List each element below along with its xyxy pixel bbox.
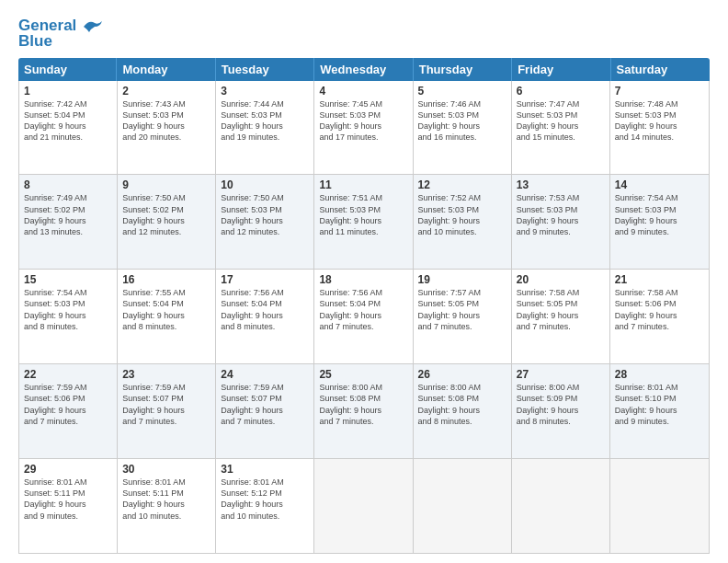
cell-sun-info: Sunrise: 7:50 AM Sunset: 5:03 PM Dayligh…: [221, 192, 309, 237]
cell-sun-info: Sunrise: 7:56 AM Sunset: 5:04 PM Dayligh…: [319, 287, 407, 332]
cell-sun-info: Sunrise: 7:51 AM Sunset: 5:03 PM Dayligh…: [319, 192, 407, 237]
cell-sun-info: Sunrise: 7:55 AM Sunset: 5:04 PM Dayligh…: [122, 287, 210, 332]
calendar: SundayMondayTuesdayWednesdayThursdayFrid…: [18, 58, 710, 554]
day-number: 22: [24, 368, 112, 381]
cell-sun-info: Sunrise: 8:01 AM Sunset: 5:11 PM Dayligh…: [122, 477, 210, 522]
cell-sun-info: Sunrise: 7:53 AM Sunset: 5:03 PM Dayligh…: [517, 192, 605, 237]
header: General Blue: [18, 17, 710, 51]
day-number: 19: [418, 273, 506, 286]
day-number: 1: [24, 85, 112, 98]
day-number: 31: [221, 463, 309, 476]
calendar-row-3: 15Sunrise: 7:54 AM Sunset: 5:03 PM Dayli…: [19, 270, 709, 364]
calendar-cell: 3Sunrise: 7:44 AM Sunset: 5:03 PM Daylig…: [216, 81, 314, 175]
cell-sun-info: Sunrise: 7:59 AM Sunset: 5:07 PM Dayligh…: [221, 382, 309, 427]
day-number: 27: [517, 368, 605, 381]
day-number: 26: [418, 368, 506, 381]
cell-sun-info: Sunrise: 7:56 AM Sunset: 5:04 PM Dayligh…: [221, 287, 309, 332]
day-number: 5: [418, 85, 506, 98]
day-number: 7: [615, 85, 704, 98]
cell-sun-info: Sunrise: 8:00 AM Sunset: 5:09 PM Dayligh…: [517, 382, 605, 427]
cell-sun-info: Sunrise: 8:00 AM Sunset: 5:08 PM Dayligh…: [418, 382, 506, 427]
calendar-cell: 29Sunrise: 8:01 AM Sunset: 5:11 PM Dayli…: [19, 459, 118, 553]
day-number: 6: [517, 85, 605, 98]
day-number: 15: [24, 273, 112, 286]
logo-subtext: Blue: [18, 32, 52, 51]
cell-sun-info: Sunrise: 7:59 AM Sunset: 5:07 PM Dayligh…: [122, 382, 210, 427]
day-number: 11: [319, 178, 407, 191]
page: General Blue SundayMondayTuesdayWednesda…: [0, 0, 728, 563]
calendar-row-2: 8Sunrise: 7:49 AM Sunset: 5:02 PM Daylig…: [19, 175, 709, 270]
day-number: 20: [517, 273, 605, 286]
logo-bird-icon: [82, 19, 102, 34]
calendar-cell: 2Sunrise: 7:43 AM Sunset: 5:03 PM Daylig…: [118, 81, 216, 175]
cell-sun-info: Sunrise: 7:58 AM Sunset: 5:06 PM Dayligh…: [615, 287, 704, 332]
cell-sun-info: Sunrise: 8:01 AM Sunset: 5:12 PM Dayligh…: [221, 477, 309, 522]
calendar-cell: 17Sunrise: 7:56 AM Sunset: 5:04 PM Dayli…: [216, 270, 314, 363]
cell-sun-info: Sunrise: 7:59 AM Sunset: 5:06 PM Dayligh…: [24, 382, 112, 427]
day-number: 13: [517, 178, 605, 191]
header-cell-sunday: Sunday: [18, 58, 117, 81]
calendar-cell: 22Sunrise: 7:59 AM Sunset: 5:06 PM Dayli…: [19, 364, 118, 458]
cell-sun-info: Sunrise: 8:01 AM Sunset: 5:10 PM Dayligh…: [615, 382, 704, 427]
cell-sun-info: Sunrise: 7:45 AM Sunset: 5:03 PM Dayligh…: [319, 98, 407, 144]
calendar-cell: 14Sunrise: 7:54 AM Sunset: 5:03 PM Dayli…: [610, 175, 709, 269]
day-number: 12: [418, 178, 506, 191]
calendar-cell: 7Sunrise: 7:48 AM Sunset: 5:03 PM Daylig…: [610, 81, 709, 175]
cell-sun-info: Sunrise: 7:54 AM Sunset: 5:03 PM Dayligh…: [24, 287, 112, 332]
day-number: 9: [122, 178, 210, 191]
cell-sun-info: Sunrise: 7:57 AM Sunset: 5:05 PM Dayligh…: [418, 287, 506, 332]
calendar-row-4: 22Sunrise: 7:59 AM Sunset: 5:06 PM Dayli…: [19, 364, 709, 459]
cell-sun-info: Sunrise: 7:43 AM Sunset: 5:03 PM Dayligh…: [122, 98, 210, 144]
calendar-row-5: 29Sunrise: 8:01 AM Sunset: 5:11 PM Dayli…: [19, 459, 709, 553]
calendar-cell: 21Sunrise: 7:58 AM Sunset: 5:06 PM Dayli…: [610, 270, 709, 363]
cell-sun-info: Sunrise: 8:00 AM Sunset: 5:08 PM Dayligh…: [319, 382, 407, 427]
cell-sun-info: Sunrise: 7:42 AM Sunset: 5:04 PM Dayligh…: [24, 98, 112, 144]
day-number: 28: [615, 368, 704, 381]
cell-sun-info: Sunrise: 7:48 AM Sunset: 5:03 PM Dayligh…: [615, 98, 704, 144]
calendar-row-1: 1Sunrise: 7:42 AM Sunset: 5:04 PM Daylig…: [19, 81, 709, 176]
day-number: 18: [319, 273, 407, 286]
day-number: 25: [319, 368, 407, 381]
day-number: 29: [24, 463, 112, 476]
calendar-cell: 20Sunrise: 7:58 AM Sunset: 5:05 PM Dayli…: [512, 270, 610, 363]
day-number: 14: [615, 178, 704, 191]
calendar-cell: 4Sunrise: 7:45 AM Sunset: 5:03 PM Daylig…: [314, 81, 413, 175]
calendar-cell: 26Sunrise: 8:00 AM Sunset: 5:08 PM Dayli…: [414, 364, 512, 458]
calendar-cell: 9Sunrise: 7:50 AM Sunset: 5:02 PM Daylig…: [118, 175, 216, 269]
day-number: 8: [24, 178, 112, 191]
calendar-cell: 31Sunrise: 8:01 AM Sunset: 5:12 PM Dayli…: [216, 459, 314, 553]
calendar-cell: [610, 459, 709, 553]
calendar-cell: 11Sunrise: 7:51 AM Sunset: 5:03 PM Dayli…: [314, 175, 413, 269]
day-number: 24: [221, 368, 309, 381]
cell-sun-info: Sunrise: 7:44 AM Sunset: 5:03 PM Dayligh…: [221, 98, 309, 144]
header-cell-thursday: Thursday: [414, 58, 512, 81]
header-cell-friday: Friday: [512, 58, 610, 81]
calendar-cell: 6Sunrise: 7:47 AM Sunset: 5:03 PM Daylig…: [512, 81, 610, 175]
calendar-body: 1Sunrise: 7:42 AM Sunset: 5:04 PM Daylig…: [18, 81, 710, 554]
calendar-cell: 10Sunrise: 7:50 AM Sunset: 5:03 PM Dayli…: [216, 175, 314, 269]
header-cell-saturday: Saturday: [611, 58, 710, 81]
calendar-cell: [512, 459, 610, 553]
calendar-cell: 27Sunrise: 8:00 AM Sunset: 5:09 PM Dayli…: [512, 364, 610, 458]
header-cell-wednesday: Wednesday: [314, 58, 413, 81]
logo: General Blue: [18, 17, 102, 51]
day-number: 21: [615, 273, 704, 286]
calendar-cell: 18Sunrise: 7:56 AM Sunset: 5:04 PM Dayli…: [314, 270, 413, 363]
day-number: 2: [122, 85, 210, 98]
cell-sun-info: Sunrise: 7:47 AM Sunset: 5:03 PM Dayligh…: [517, 98, 605, 144]
calendar-cell: [314, 459, 413, 553]
day-number: 17: [221, 273, 309, 286]
day-number: 10: [221, 178, 309, 191]
day-number: 30: [122, 463, 210, 476]
calendar-cell: 19Sunrise: 7:57 AM Sunset: 5:05 PM Dayli…: [414, 270, 512, 363]
header-cell-tuesday: Tuesday: [216, 58, 314, 81]
cell-sun-info: Sunrise: 7:50 AM Sunset: 5:02 PM Dayligh…: [122, 192, 210, 237]
day-number: 16: [122, 273, 210, 286]
calendar-cell: 28Sunrise: 8:01 AM Sunset: 5:10 PM Dayli…: [610, 364, 709, 458]
cell-sun-info: Sunrise: 7:52 AM Sunset: 5:03 PM Dayligh…: [418, 192, 506, 237]
calendar-header: SundayMondayTuesdayWednesdayThursdayFrid…: [18, 58, 710, 81]
calendar-cell: 23Sunrise: 7:59 AM Sunset: 5:07 PM Dayli…: [118, 364, 216, 458]
calendar-cell: 8Sunrise: 7:49 AM Sunset: 5:02 PM Daylig…: [19, 175, 118, 269]
cell-sun-info: Sunrise: 7:46 AM Sunset: 5:03 PM Dayligh…: [418, 98, 506, 144]
day-number: 23: [122, 368, 210, 381]
